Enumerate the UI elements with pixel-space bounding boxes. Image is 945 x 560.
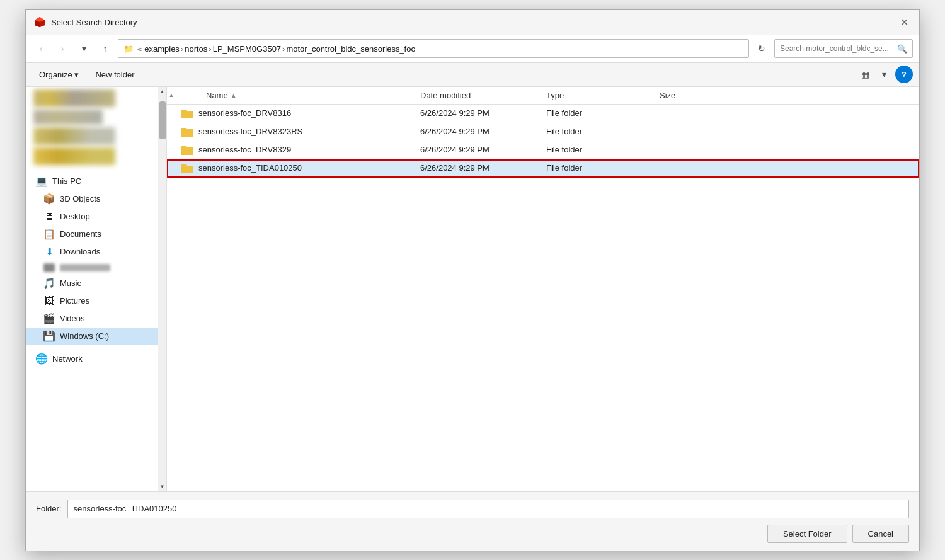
organize-button[interactable]: Organize ▾ xyxy=(32,67,86,83)
col-date-label: Date modified xyxy=(420,91,471,100)
sidebar-scroll-thumb[interactable] xyxy=(159,101,166,139)
file-list: sensorless-foc_DRV8316 6/26/2024 9:29 PM… xyxy=(167,105,919,491)
folder-icon xyxy=(181,145,193,155)
table-row[interactable]: sensorless-foc_DRV8316 6/26/2024 9:29 PM… xyxy=(167,105,919,123)
dialog: Select Search Directory ✕ ‹ › ▾ ↑ 📁 « ex… xyxy=(25,9,920,551)
sidebar-item-windows-c[interactable]: 💾 Windows (C:) xyxy=(26,328,158,345)
file-name: sensorless-foc_DRV8316 xyxy=(198,108,291,118)
videos-icon: 🎬 xyxy=(43,313,55,324)
file-date: 6/26/2024 9:29 PM xyxy=(415,145,541,154)
new-folder-button[interactable]: New folder xyxy=(88,67,141,83)
sidebar-thumb-3 xyxy=(33,127,115,145)
main-area: 💻 This PC 📦 3D Objects 🖥 Desktop 📋 Docum… xyxy=(26,87,919,491)
up-button[interactable]: ↑ xyxy=(96,40,114,57)
file-scroll-up[interactable]: ▲ xyxy=(167,92,176,98)
file-date: 6/26/2024 9:29 PM xyxy=(415,163,541,173)
sidebar-item-pictures[interactable]: 🖼 Pictures xyxy=(26,292,158,310)
sidebar-thumb-2 xyxy=(33,110,103,125)
windows-c-icon: 💾 xyxy=(43,331,55,342)
sidebar-label-pictures: Pictures xyxy=(60,296,89,306)
view-details-button[interactable]: ▦ xyxy=(856,66,874,83)
table-row[interactable]: sensorless-foc_DRV8323RS 6/26/2024 9:29 … xyxy=(167,123,919,141)
file-type: File folder xyxy=(541,127,655,136)
organize-label: Organize ▾ xyxy=(39,70,79,79)
file-name-cell: sensorless-foc_TIDA010250 xyxy=(176,163,415,173)
file-name: sensorless-foc_DRV8323RS xyxy=(198,127,302,136)
table-row[interactable]: sensorless-foc_DRV8329 6/26/2024 9:29 PM… xyxy=(167,141,919,159)
sort-arrow-name: ▲ xyxy=(231,92,237,99)
close-button[interactable]: ✕ xyxy=(896,14,912,30)
file-date: 6/26/2024 9:29 PM xyxy=(415,127,541,136)
sidebar-scroll-down[interactable]: ▼ xyxy=(160,482,165,491)
action-buttons: Select Folder Cancel xyxy=(36,525,909,543)
sidebar-label-music: Music xyxy=(60,278,81,288)
file-area: ▲ Name ▲ Date modified Type Size xyxy=(167,87,919,491)
sidebar-scrollbar: ▲ ▼ xyxy=(158,87,166,491)
folder-icon xyxy=(181,108,193,118)
sidebar-item-3d-objects[interactable]: 📦 3D Objects xyxy=(26,190,158,208)
sidebar-item-music[interactable]: 🎵 Music xyxy=(26,275,158,292)
refresh-button[interactable]: ↻ xyxy=(753,40,770,57)
sidebar-scroll-track xyxy=(158,96,166,482)
search-box: 🔍 xyxy=(774,39,913,58)
sidebar-thumb-1 xyxy=(33,89,115,107)
forward-button[interactable]: › xyxy=(54,40,71,57)
documents-icon: 📋 xyxy=(43,229,55,240)
sidebar-label-videos: Videos xyxy=(60,314,85,323)
column-headers: ▲ Name ▲ Date modified Type Size xyxy=(167,87,919,105)
col-size-label: Size xyxy=(660,91,675,100)
file-type: File folder xyxy=(541,145,655,154)
sidebar-item-documents[interactable]: 📋 Documents xyxy=(26,226,158,243)
file-name-cell: sensorless-foc_DRV8329 xyxy=(176,145,415,155)
folder-icon xyxy=(181,163,193,173)
file-name: sensorless-foc_TIDA010250 xyxy=(198,163,302,173)
sidebar-item-desktop[interactable]: 🖥 Desktop xyxy=(26,208,158,226)
sidebar-label-windows-c: Windows (C:) xyxy=(60,331,109,341)
file-date: 6/26/2024 9:29 PM xyxy=(415,108,541,118)
pictures-icon: 🖼 xyxy=(43,295,55,307)
back-button[interactable]: ‹ xyxy=(32,40,50,57)
sidebar-container: 💻 This PC 📦 3D Objects 🖥 Desktop 📋 Docum… xyxy=(26,87,167,491)
sidebar-label-downloads: Downloads xyxy=(60,247,100,256)
help-button[interactable]: ? xyxy=(895,66,913,83)
column-header-date[interactable]: Date modified xyxy=(415,91,541,100)
desktop-icon: 🖥 xyxy=(43,211,55,222)
sidebar-item-network[interactable]: 🌐 Network xyxy=(26,350,158,368)
path-icon: 📁 xyxy=(123,44,134,54)
downloads-icon: ⬇ xyxy=(43,246,55,258)
title-bar: Select Search Directory ✕ xyxy=(26,10,919,35)
address-path[interactable]: 📁 « examples › nortos › LP_MSPM0G3507 › … xyxy=(118,39,749,58)
bottom-bar: Folder: Select Folder Cancel xyxy=(26,491,919,551)
file-name-cell: sensorless-foc_DRV8316 xyxy=(176,108,415,118)
app-icon xyxy=(33,16,46,28)
column-header-size[interactable]: Size xyxy=(655,91,730,100)
dropdown-button[interactable]: ▾ xyxy=(75,40,93,57)
sidebar-item-videos[interactable]: 🎬 Videos xyxy=(26,310,158,328)
select-folder-button[interactable]: Select Folder xyxy=(767,525,847,543)
sidebar-item-this-pc[interactable]: 💻 This PC xyxy=(26,173,158,190)
network-icon: 🌐 xyxy=(36,353,47,365)
file-type: File folder xyxy=(541,163,655,173)
sidebar-label-3d-objects: 3D Objects xyxy=(60,194,100,203)
path-part-2: nortos xyxy=(185,44,207,54)
search-input[interactable] xyxy=(780,44,893,53)
file-type: File folder xyxy=(541,108,655,118)
view-dropdown-button[interactable]: ▾ xyxy=(875,66,893,83)
folder-icon xyxy=(181,127,193,137)
path-part-1: examples xyxy=(144,44,180,54)
folder-row: Folder: xyxy=(36,500,909,518)
cancel-button[interactable]: Cancel xyxy=(852,525,909,543)
sidebar-label-network: Network xyxy=(52,354,83,363)
table-row[interactable]: sensorless-foc_TIDA010250 6/26/2024 9:29… xyxy=(167,159,919,178)
column-header-name[interactable]: Name ▲ xyxy=(176,91,415,100)
sidebar-scroll-up[interactable]: ▲ xyxy=(160,87,165,96)
folder-input[interactable] xyxy=(67,500,909,518)
file-name-cell: sensorless-foc_DRV8323RS xyxy=(176,127,415,137)
path-part-4: motor_control_bldc_sensorless_foc xyxy=(286,44,415,54)
column-header-type[interactable]: Type xyxy=(541,91,655,100)
file-name: sensorless-foc_DRV8329 xyxy=(198,145,291,154)
title-bar-left: Select Search Directory xyxy=(33,16,137,28)
sidebar-item-downloads[interactable]: ⬇ Downloads xyxy=(26,243,158,261)
music-icon: 🎵 xyxy=(43,278,55,289)
folder-label: Folder: xyxy=(36,504,61,513)
